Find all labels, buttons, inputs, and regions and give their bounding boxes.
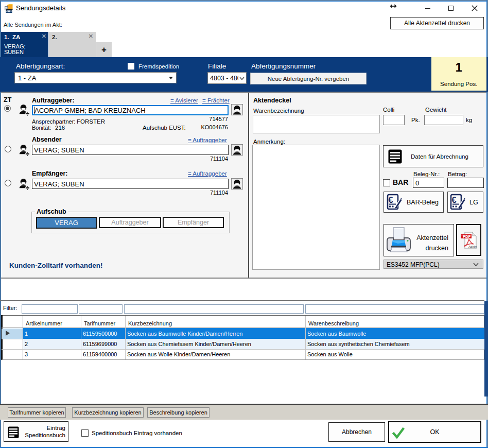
svg-text:€: € bbox=[451, 195, 457, 205]
svg-text:€: € bbox=[388, 195, 393, 205]
svg-text:PDF: PDF bbox=[463, 234, 470, 239]
svg-text:Adobe: Adobe bbox=[468, 245, 477, 248]
